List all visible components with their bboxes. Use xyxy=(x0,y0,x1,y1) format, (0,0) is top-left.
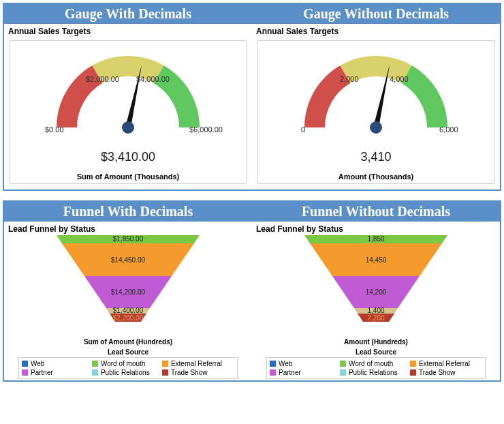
legend-label: Trade Show xyxy=(419,369,456,376)
gauge-hub xyxy=(370,121,382,134)
gauge-hub xyxy=(122,121,134,134)
gauge-left-panel: $0.00 $2,000.00 $4,000.00 $6,000.00 $3,4… xyxy=(10,40,247,184)
legend-item-web: Web xyxy=(270,359,340,368)
legend-item-pr: Public Relations xyxy=(340,368,410,377)
funnel-right-panel: 1,850 14,450 14,200 1,400 2,200 Amount (… xyxy=(264,235,488,379)
legend-item-partner: Partner xyxy=(22,368,92,377)
legend-label: Public Relations xyxy=(101,369,150,376)
funnel-right-legend-title: Lead Source xyxy=(264,348,488,356)
swatch-icon xyxy=(270,369,276,376)
funnel-right-legend: Web Word of mouth External Referral Part… xyxy=(266,357,486,379)
funnel-left-panel: $1,850.00 $14,450.00 $14,200.00 $1,400.0… xyxy=(16,235,240,379)
gauge-right-value: 3,410 xyxy=(261,150,491,164)
funnel-val-0: $1,850.00 xyxy=(113,235,144,243)
funnel-val-1: 14,450 xyxy=(366,256,387,264)
funnel-right-title: Funnel Without Decimals xyxy=(252,202,500,222)
funnel-right-subtitle: Lead Funnel by Status xyxy=(252,222,500,235)
funnel-val-4: $2,200.00 xyxy=(113,314,144,322)
gauge-tick-0: $0.00 xyxy=(45,125,64,134)
legend-label: Partner xyxy=(31,369,53,376)
gauge-left-subtitle: Annual Sales Targets xyxy=(4,24,252,37)
swatch-icon xyxy=(340,369,346,376)
legend-item-web: Web xyxy=(22,359,92,368)
funnel-left-legend: Web Word of mouth External Referral Part… xyxy=(18,357,238,379)
swatch-icon xyxy=(22,369,28,376)
legend-label: External Referral xyxy=(419,360,470,367)
funnel-right-axis-label: Amount (Hundreds) xyxy=(264,338,488,346)
funnel-val-0: 1,850 xyxy=(367,235,384,243)
legend-item-ext: External Referral xyxy=(162,359,232,368)
legend-item-ts: Trade Show xyxy=(162,368,232,377)
funnel-without-decimals-col: Funnel Without Decimals Lead Funnel by S… xyxy=(252,202,500,380)
gauge-left-axis-label: Sum of Amount (Thousands) xyxy=(13,172,243,181)
funnel-val-3: 1,400 xyxy=(367,307,384,314)
legend-item-ext: External Referral xyxy=(410,359,480,368)
funnel-left-svg: $1,850.00 $14,450.00 $14,200.00 $1,400.0… xyxy=(43,235,213,337)
legend-label: Partner xyxy=(279,369,301,376)
legend-label: Trade Show xyxy=(171,369,208,376)
gauge-band-green xyxy=(402,65,448,127)
legend-label: Public Relations xyxy=(349,369,398,376)
swatch-icon xyxy=(270,361,276,367)
legend-label: Web xyxy=(31,360,44,367)
gauge-with-decimals-col: Gauge With Decimals Annual Sales Targets… xyxy=(4,4,252,190)
legend-item-ts: Trade Show xyxy=(410,368,480,377)
legend-item-wom: Word of mouth xyxy=(92,359,162,368)
gauge-tick-1: $2,000.00 xyxy=(86,75,119,83)
gauge-left-svg xyxy=(26,49,230,138)
funnel-val-2: $14,200.00 xyxy=(111,288,145,296)
swatch-icon xyxy=(162,361,168,367)
gauge-left-title: Gauge With Decimals xyxy=(4,4,252,24)
legend-item-partner: Partner xyxy=(270,368,340,377)
gauge-tick-3: 6,000 xyxy=(439,125,458,134)
gauge-without-decimals-col: Gauge Without Decimals Annual Sales Targ… xyxy=(252,4,500,190)
legend-item-pr: Public Relations xyxy=(92,368,162,377)
swatch-icon xyxy=(92,369,98,376)
funnel-left-legend-title: Lead Source xyxy=(16,348,240,356)
gauge-tick-3: $6,000.00 xyxy=(189,125,223,134)
gauge-tick-0: 0 xyxy=(301,125,305,134)
gauge-left-value: $3,410.00 xyxy=(13,150,243,164)
gauge-right-subtitle: Annual Sales Targets xyxy=(252,24,500,37)
swatch-icon xyxy=(162,369,168,376)
legend-label: Word of mouth xyxy=(349,360,393,367)
swatch-icon xyxy=(92,361,98,367)
swatch-icon xyxy=(410,361,416,367)
funnel-left-axis-label: Sum of Amount (Hundreds) xyxy=(16,338,240,346)
swatch-icon xyxy=(410,369,416,376)
gauge-right-svg xyxy=(274,49,478,138)
gauge-tick-2: $4,000.00 xyxy=(136,75,170,83)
funnel-val-1: $14,450.00 xyxy=(111,256,145,264)
legend-label: Word of mouth xyxy=(101,360,145,367)
gauge-comparison-section: Gauge With Decimals Annual Sales Targets… xyxy=(3,3,501,191)
legend-label: External Referral xyxy=(171,360,222,367)
legend-label: Web xyxy=(279,360,292,367)
funnel-right-svg: 1,850 14,450 14,200 1,400 2,200 xyxy=(291,235,461,337)
funnel-val-3: $1,400.00 xyxy=(113,307,144,314)
funnel-left-title: Funnel With Decimals xyxy=(4,202,252,222)
gauge-right-panel: 0 2,000 4,000 6,000 3,410 Amount (Thousa… xyxy=(257,40,494,184)
funnel-val-4: 2,200 xyxy=(367,314,384,322)
funnel-comparison-section: Funnel With Decimals Lead Funnel by Stat… xyxy=(3,200,501,382)
funnel-val-2: 14,200 xyxy=(366,288,387,296)
funnel-with-decimals-col: Funnel With Decimals Lead Funnel by Stat… xyxy=(4,202,252,380)
legend-item-wom: Word of mouth xyxy=(340,359,410,368)
gauge-tick-2: 4,000 xyxy=(390,75,409,83)
gauge-right-axis-label: Amount (Thousands) xyxy=(261,172,491,181)
swatch-icon xyxy=(340,361,346,367)
swatch-icon xyxy=(22,361,28,367)
gauge-right-title: Gauge Without Decimals xyxy=(252,4,500,24)
gauge-tick-1: 2,000 xyxy=(340,75,359,83)
funnel-left-subtitle: Lead Funnel by Status xyxy=(4,222,252,235)
